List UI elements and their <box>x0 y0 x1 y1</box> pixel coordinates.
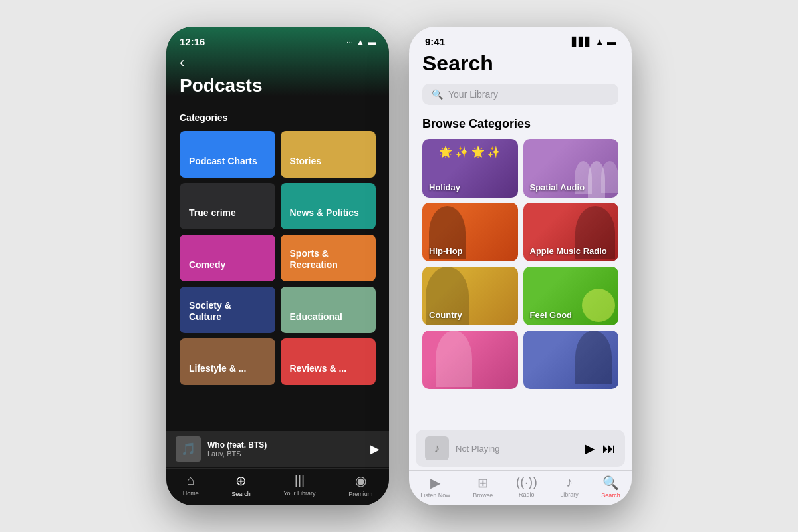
category-label: Reviews & ... <box>290 363 347 374</box>
category-feel-good[interactable]: Feel Good <box>523 267 619 325</box>
apple-play-button[interactable]: ▶ <box>585 440 595 456</box>
card-label-country: Country <box>429 310 462 320</box>
apple-bottom-nav: ▶ Listen Now ⊞ Browse ((·)) Radio ♪ Libr… <box>409 470 632 505</box>
radio-icon: ((·)) <box>516 475 537 490</box>
category-holiday[interactable]: 🌟 ✨ 🌟 ✨ Holiday <box>422 139 518 198</box>
now-playing-artwork: 🎵 <box>176 436 201 462</box>
apple-skip-button[interactable]: ⏭ <box>602 441 616 456</box>
nav-radio-label: Radio <box>519 491 535 498</box>
nav-listen-now[interactable]: ▶ Listen Now <box>420 475 450 499</box>
nav-browse-label: Browse <box>473 492 493 499</box>
category-news-politics[interactable]: News & Politics <box>281 183 376 229</box>
apple-status-icons: ▋▋▋ ▲ ▬ <box>572 37 616 47</box>
card-label-feel-good: Feel Good <box>530 310 573 320</box>
nav-library[interactable]: ||| Your Library <box>283 473 315 497</box>
category-true-crime[interactable]: True crime <box>180 183 275 229</box>
premium-icon: ◉ <box>355 473 366 489</box>
nav-home[interactable]: ⌂ Home <box>183 473 199 497</box>
card-label-hip-hop: Hip-Hop <box>429 246 463 256</box>
search-placeholder: Your Library <box>448 89 498 100</box>
categories-grid: Podcast Charts Stories True crime News &… <box>180 131 376 385</box>
category-label: News & Politics <box>290 207 359 219</box>
search-title: Search <box>422 51 618 76</box>
category-blue[interactable] <box>523 331 619 389</box>
browse-grid: 🌟 ✨ 🌟 ✨ Holiday Spatial Audio <box>422 139 618 389</box>
category-podcast-charts[interactable]: Podcast Charts <box>180 131 275 178</box>
back-button[interactable]: ‹ <box>180 54 376 71</box>
signal-bars-icon: ▋▋▋ <box>572 37 592 47</box>
category-label: Lifestyle & ... <box>189 363 246 374</box>
apple-now-playing[interactable]: ♪ Not Playing ▶ ⏭ <box>416 430 625 467</box>
category-spatial-audio[interactable]: Spatial Audio <box>523 139 619 198</box>
search-icon: 🔍 <box>432 89 443 100</box>
category-society-culture[interactable]: Society & Culture <box>180 287 275 333</box>
nav-search[interactable]: ⊕ Search <box>231 473 251 497</box>
search-icon: ⊕ <box>235 473 247 489</box>
category-apple-music-radio[interactable]: Apple Music Radio <box>523 203 619 261</box>
spotify-status-icons: ··· ▲ ▬ <box>346 37 376 47</box>
page-title: Podcasts <box>180 75 376 96</box>
nav-home-label: Home <box>183 490 199 497</box>
apple-status-bar: 9:41 ▋▋▋ ▲ ▬ <box>409 27 632 51</box>
nav-search-label: Search <box>231 491 251 497</box>
category-comedy[interactable]: Comedy <box>180 235 275 281</box>
nav-listen-now-label: Listen Now <box>420 492 450 499</box>
category-label: Podcast Charts <box>189 156 257 167</box>
nav-library[interactable]: ♪ Library <box>560 475 579 499</box>
browse-icon: ⊞ <box>477 475 489 491</box>
spotify-status-bar: 12:16 ··· ▲ ▬ <box>180 36 376 47</box>
apple-screen: 9:41 ▋▋▋ ▲ ▬ Search 🔍 Your Library Brows… <box>409 27 632 505</box>
category-pink[interactable] <box>422 331 518 389</box>
library-icon: ♪ <box>566 475 573 490</box>
search-bar[interactable]: 🔍 Your Library <box>422 84 618 105</box>
category-educational[interactable]: Educational <box>281 287 376 333</box>
spotify-content: Categories Podcast Charts Stories True c… <box>166 106 389 452</box>
category-hip-hop[interactable]: Hip-Hop <box>422 203 518 261</box>
home-icon: ⌂ <box>187 473 195 488</box>
card-label-holiday: Holiday <box>429 182 460 192</box>
nav-browse[interactable]: ⊞ Browse <box>473 475 493 499</box>
category-lifestyle[interactable]: Lifestyle & ... <box>180 338 275 385</box>
now-playing-artist: Lauv, BTS <box>207 450 364 458</box>
signal-icon: ··· <box>346 37 353 47</box>
battery-icon: ▬ <box>368 37 376 47</box>
category-label: Educational <box>290 311 342 323</box>
nav-search[interactable]: 🔍 Search <box>601 475 620 499</box>
categories-label: Categories <box>180 112 376 123</box>
nav-radio[interactable]: ((·)) Radio <box>516 475 537 499</box>
spotify-screen: 12:16 ··· ▲ ▬ ‹ Podcasts Categories Podc… <box>166 27 389 505</box>
nav-premium[interactable]: ◉ Premium <box>348 473 372 497</box>
apple-np-controls: ▶ ⏭ <box>585 440 616 456</box>
play-button[interactable]: ▶ <box>370 442 380 456</box>
apple-np-artwork: ♪ <box>425 436 449 460</box>
apple-time: 9:41 <box>425 36 445 47</box>
now-playing-title: Who (feat. BTS) <box>207 440 364 450</box>
now-playing-bar[interactable]: 🎵 Who (feat. BTS) Lauv, BTS ▶ <box>166 431 389 467</box>
category-reviews[interactable]: Reviews & ... <box>281 338 376 385</box>
nav-search-label: Search <box>601 492 620 499</box>
search-icon: 🔍 <box>602 475 619 491</box>
browse-categories-title: Browse Categories <box>422 117 618 131</box>
spotify-time: 12:16 <box>180 36 205 47</box>
apple-content: Search 🔍 Your Library Browse Categories … <box>409 51 632 444</box>
category-label: Stories <box>290 156 321 167</box>
category-label: Sports & Recreation <box>290 248 367 271</box>
lights-decoration: 🌟 ✨ 🌟 ✨ <box>422 146 518 158</box>
apple-np-text: Not Playing <box>456 444 578 454</box>
nav-library-label: Library <box>560 491 579 498</box>
category-label: Society & Culture <box>189 300 266 323</box>
battery-icon: ▬ <box>607 37 616 47</box>
wifi-icon: ▲ <box>595 37 604 47</box>
spotify-bottom-nav: ⌂ Home ⊕ Search ||| Your Library ◉ Premi… <box>166 468 389 505</box>
card-label-spatial-audio: Spatial Audio <box>530 182 585 192</box>
wifi-icon: ▲ <box>356 37 364 47</box>
nav-premium-label: Premium <box>348 491 372 497</box>
category-stories[interactable]: Stories <box>281 131 376 178</box>
category-label: True crime <box>189 207 236 219</box>
spotify-header: 12:16 ··· ▲ ▬ ‹ Podcasts <box>166 27 389 96</box>
now-playing-info: Who (feat. BTS) Lauv, BTS <box>207 440 364 458</box>
category-sports-recreation[interactable]: Sports & Recreation <box>281 235 376 281</box>
category-country[interactable]: Country <box>422 267 518 325</box>
nav-library-label: Your Library <box>283 490 315 497</box>
card-label-apple-music-radio: Apple Music Radio <box>530 246 607 256</box>
